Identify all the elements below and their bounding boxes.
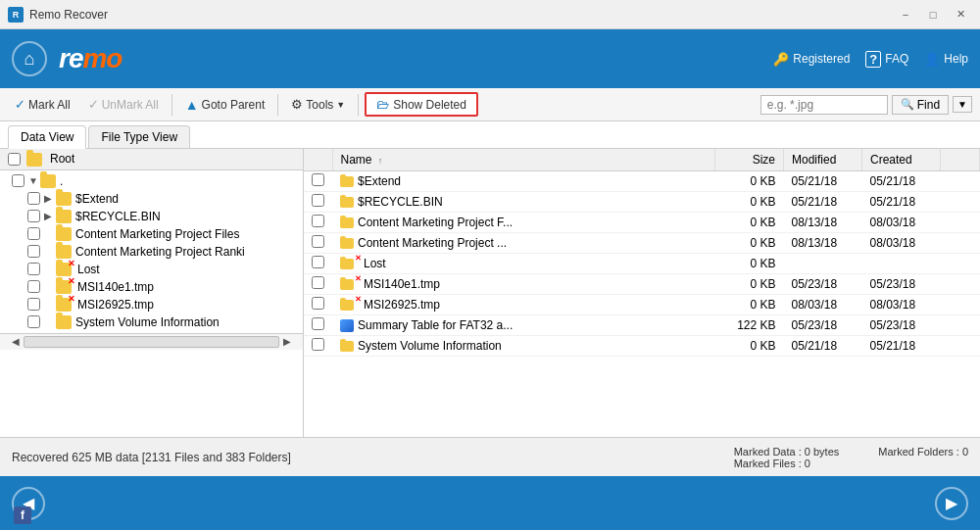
col-header-modified[interactable]: Modified [784,149,862,171]
scroll-left-button[interactable]: ◀ [8,336,24,347]
tree-item-recycle-checkbox[interactable] [27,210,40,222]
tree-item-sysvolinfo[interactable]: System Volume Information [0,313,303,331]
person-icon: 👤 [924,52,940,67]
row-checkbox-2[interactable] [312,215,324,227]
row-checkbox-6[interactable] [312,297,324,310]
registered-button[interactable]: 🔑 Registered [773,52,850,67]
mark-all-button[interactable]: ✓ Mark All [8,94,77,115]
minimize-button[interactable]: − [894,6,917,24]
goto-parent-button[interactable]: ▲ Goto Parent [178,94,272,116]
unmark-all-button[interactable]: ✓ UnMark All [81,94,166,115]
row-checkbox-4[interactable] [312,256,324,268]
search-input[interactable] [760,95,888,115]
tools-button[interactable]: ⚙ Tools ▼ [284,94,352,115]
tree-item-content2-checkbox[interactable] [27,245,40,258]
tree-item-msi26925-checkbox[interactable] [27,298,40,311]
tab-data-view[interactable]: Data View [8,125,86,149]
row-name-8: System Volume Information [332,336,715,357]
table-row[interactable]: ✕MSI140e1.tmp0 KB05/23/1805/23/18 [304,274,980,295]
table-row[interactable]: $RECYCLE.BIN0 KB05/21/1805/21/18 [304,192,980,213]
home-button[interactable]: ⌂ [12,41,47,76]
file-table: Name ↑ Size Modified Created [304,149,980,357]
col-header-name[interactable]: Name ↑ [332,149,715,171]
faq-button[interactable]: ? FAQ [865,51,908,68]
row-checkbox-7[interactable] [312,317,324,330]
show-deleted-button[interactable]: 🗁 Show Deleted [365,92,478,117]
find-dropdown-button[interactable]: ▼ [953,96,972,113]
row-extra-8 [941,336,980,357]
row-checkbox-3[interactable] [312,235,324,248]
app-header: ⌂ remo 🔑 Registered ? FAQ 👤 Help [0,29,980,88]
col-header-extra[interactable] [941,149,980,171]
toolbar: ✓ Mark All ✓ UnMark All ▲ Goto Parent ⚙ … [0,88,980,121]
tree-item-msi140-label: MSI140e1.tmp [77,280,154,294]
close-button[interactable]: ✕ [949,6,972,24]
maximize-button[interactable]: □ [921,6,945,24]
tree-item-msi140-checkbox[interactable] [27,280,40,293]
help-button[interactable]: 👤 Help [924,52,968,67]
row-checkbox-1[interactable] [312,194,324,207]
file-list-panel: Name ↑ Size Modified Created [304,149,980,437]
key-icon: 🔑 [773,52,789,67]
facebook-icon[interactable]: f [14,506,31,524]
tree-item-dot[interactable]: ▼ . [0,172,303,190]
tree-panel: Root ▼ . ▶ $Extend [0,149,304,437]
tree-item-dot-checkbox[interactable] [12,174,24,187]
row-modified-1: 05/21/18 [784,192,862,213]
file-browser: Root ▼ . ▶ $Extend [0,149,980,437]
table-row[interactable]: Content Marketing Project F...0 KB08/13/… [304,213,980,233]
tree-item-sextend-checkbox[interactable] [27,192,40,205]
row-checkbox-5[interactable] [312,276,324,289]
tree-item-content1[interactable]: Content Marketing Project Files [0,225,303,243]
col-header-check[interactable] [304,149,332,171]
root-checkbox[interactable] [8,153,21,166]
tree-item-recycle[interactable]: ▶ $RECYCLE.BIN [0,208,303,225]
table-row[interactable]: ✕Lost0 KB [304,254,980,274]
scroll-right-button[interactable]: ▶ [279,336,295,347]
row-name-0: $Extend [332,171,715,192]
table-row[interactable]: ✕MSI26925.tmp0 KB08/03/1808/03/18 [304,295,980,315]
tree-item-content2[interactable]: Content Marketing Project Ranki [0,243,303,261]
col-header-size[interactable]: Size [715,149,784,171]
tab-file-type-view[interactable]: File Type View [88,125,190,148]
tree-item-lost[interactable]: ✕ Lost [0,261,303,278]
row-extra-2 [941,213,980,233]
find-button[interactable]: 🔍 Find [892,95,949,115]
tree-item-sysvolinfo-checkbox[interactable] [27,315,40,328]
statusbar: Recovered 625 MB data [2131 Files and 38… [0,437,980,476]
tree-item-lost-checkbox[interactable] [27,263,40,275]
tree-item-sextend[interactable]: ▶ $Extend [0,190,303,208]
col-header-created[interactable]: Created [862,149,941,171]
tree-item-msi140[interactable]: ✕ MSI140e1.tmp [0,278,303,296]
root-label: Root [50,152,74,166]
row-size-4: 0 KB [715,254,784,274]
row-created-1: 05/21/18 [862,192,941,213]
table-row[interactable]: System Volume Information0 KB05/21/1805/… [304,336,980,357]
tree-hscrollbar[interactable] [24,336,279,348]
row-name-7: Summary Table for FAT32 a... [332,315,715,336]
file-table-body: $Extend0 KB05/21/1805/21/18$RECYCLE.BIN0… [304,171,980,357]
statusbar-right: Marked Data : 0 bytes Marked Files : 0 M… [734,446,968,469]
row-checkbox-8[interactable] [312,338,324,351]
table-row[interactable]: Content Marketing Project ...0 KB08/13/1… [304,233,980,254]
folder-sextend-icon [56,192,72,206]
row-checkbox-0[interactable] [312,173,324,186]
row-name-3: Content Marketing Project ... [332,233,715,254]
row-created-6: 08/03/18 [862,295,941,315]
folder-content2-icon [56,245,72,259]
next-button[interactable]: ▶ [935,487,968,520]
table-row[interactable]: Summary Table for FAT32 a...122 KB05/23/… [304,315,980,336]
row-size-5: 0 KB [715,274,784,295]
row-modified-7: 05/23/18 [784,315,862,336]
row-size-1: 0 KB [715,192,784,213]
row-modified-5: 05/23/18 [784,274,862,295]
table-row[interactable]: $Extend0 KB05/21/1805/21/18 [304,171,980,192]
tree-item-content1-checkbox[interactable] [27,227,40,240]
question-icon: ? [865,51,881,68]
titlebar: R Remo Recover − □ ✕ [0,0,980,29]
row-modified-0: 05/21/18 [784,171,862,192]
tree-item-msi26925[interactable]: ✕ MSI26925.tmp [0,296,303,313]
row-created-3: 08/03/18 [862,233,941,254]
up-arrow-icon: ▲ [185,97,199,113]
logo-text: remo [59,43,122,74]
